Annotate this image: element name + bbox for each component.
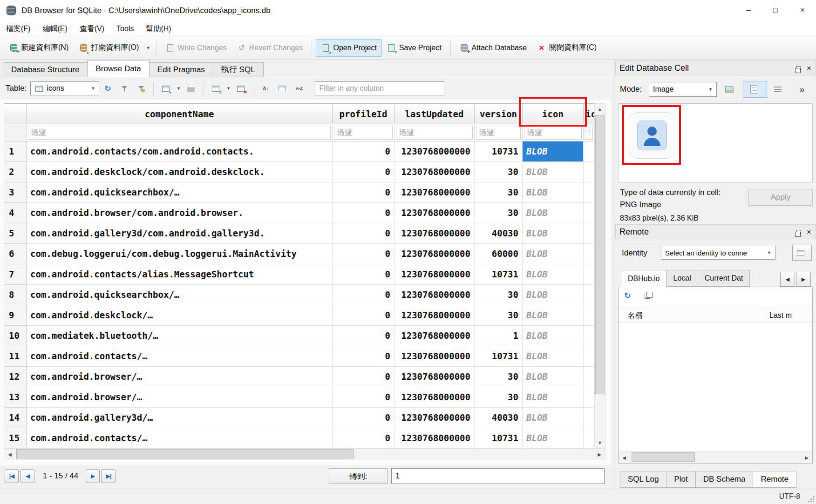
new-database-button[interactable]: 新建資料庫(N) [4,39,74,57]
last-page-button[interactable]: ▶| [102,469,116,483]
cell-version[interactable]: 30 [475,367,523,387]
table-row[interactable]: 3 com.android.quicksearchbox/… 0 1230768… [4,182,594,203]
cell-clipped[interactable] [584,285,594,305]
previous-page-button[interactable]: ◀ [20,469,34,483]
save-filter-button[interactable] [134,81,149,96]
cell-rownum[interactable]: 15 [4,428,27,449]
cell-rownum[interactable]: 6 [4,244,27,264]
cell-rownum[interactable]: 4 [4,203,27,223]
identity-select[interactable]: Select an identity to conne [661,246,775,260]
cell-icon-blob[interactable]: BLOB [523,264,584,285]
column-header-lastupdated[interactable]: lastUpdated [394,104,475,124]
table-row[interactable]: 6 com.debug.loggerui/com.debug.loggerui.… [4,244,594,264]
float-panel-icon[interactable] [796,66,801,70]
cell-lastupdated[interactable]: 1230768000000 [394,305,475,326]
open-project-button[interactable]: Open Project [316,39,381,57]
cell-lastupdated[interactable]: 1230768000000 [394,203,475,223]
cell-profileid[interactable]: 0 [333,141,394,162]
apply-button[interactable]: Apply [748,189,813,206]
cell-profileid[interactable]: 0 [333,367,394,387]
vertical-scrollbar[interactable]: ▲ ▼ [594,103,605,448]
cell-clipped[interactable] [584,346,594,367]
cell-profileid[interactable]: 0 [333,408,394,428]
text-mode-button[interactable] [743,81,767,98]
cell-profileid[interactable]: 0 [333,285,394,305]
open-database-button[interactable]: 打開資料庫(O) [74,39,144,57]
close-panel-icon[interactable]: × [807,64,811,72]
global-filter-input[interactable] [315,81,444,95]
cell-rownum[interactable]: 14 [4,408,27,428]
remote-horizontal-scrollbar[interactable]: ◀ ▶ [619,451,812,463]
filter-version-input[interactable] [476,126,521,140]
cell-clipped[interactable] [584,203,594,223]
cell-componentname[interactable]: com.android.contacts/alias.MessageShortc… [27,264,333,285]
cell-version[interactable]: 30 [475,387,523,408]
cell-version[interactable]: 30 [475,182,523,203]
cell-clipped[interactable] [584,223,594,244]
cell-clipped[interactable] [584,408,594,428]
cell-componentname[interactable]: com.android.contacts/… [27,346,333,367]
column-header-profileid[interactable]: profileId [333,104,394,124]
cell-rownum[interactable]: 9 [4,305,27,326]
cell-icon-blob[interactable]: BLOB [523,182,584,203]
cell-image-preview[interactable] [629,112,675,159]
minimize-button[interactable]: – [735,0,762,20]
cell-lastupdated[interactable]: 1230768000000 [394,346,475,367]
open-database-dropdown[interactable] [144,39,152,57]
refresh-button[interactable] [100,81,115,96]
cell-profileid[interactable]: 0 [333,346,394,367]
table-row[interactable]: 7 com.android.contacts/alias.MessageShor… [4,264,594,285]
cell-lastupdated[interactable]: 1230768000000 [394,387,475,408]
cell-rownum[interactable]: 7 [4,264,27,285]
next-page-button[interactable]: ▶ [86,469,100,483]
table-row[interactable]: 9 com.android.deskclock/… 0 123076800000… [4,305,594,326]
cell-version[interactable]: 1 [475,326,523,346]
cell-componentname[interactable]: com.mediatek.bluetooth/… [27,326,333,346]
cell-clipped[interactable] [584,162,594,182]
cell-rownum[interactable]: 3 [4,182,27,203]
tab-browse-data[interactable]: Browse Data [87,60,149,77]
cell-lastupdated[interactable]: 1230768000000 [394,223,475,244]
cell-lastupdated[interactable]: 1230768000000 [394,408,475,428]
dock-tab-sql-log[interactable]: SQL Log [620,471,666,488]
cell-componentname[interactable]: com.android.gallery3d/… [27,408,333,428]
cell-lastupdated[interactable]: 1230768000000 [394,326,475,346]
cell-version[interactable]: 40030 [475,408,523,428]
close-database-button[interactable]: 關閉資料庫(C) [532,39,602,57]
cell-profileid[interactable]: 0 [333,162,394,182]
horizontal-scrollbar[interactable]: ◀ ▶ [4,448,605,460]
table-row[interactable]: 4 com.android.browser/com.android.browse… [4,203,594,223]
save-project-button[interactable]: Save Project [382,39,447,57]
dock-tab-plot[interactable]: Plot [666,471,695,488]
cell-componentname[interactable]: com.android.contacts/com.android.contact… [27,141,333,162]
remote-clone-icon[interactable] [645,294,650,299]
menu-tools[interactable]: Tools [110,21,140,36]
cell-icon-blob[interactable]: BLOB [523,223,584,244]
clear-filters-button[interactable] [117,81,132,96]
first-page-button[interactable]: |◀ [5,469,19,483]
cell-profileid[interactable]: 0 [333,387,394,408]
scroll-up-button[interactable]: ▲ [595,104,605,114]
tab-database-structure[interactable]: Database Structure [3,62,88,77]
table-row[interactable]: 1 com.android.contacts/com.android.conta… [4,141,594,162]
filter-profileid-input[interactable] [334,126,393,140]
dock-tab-remote[interactable]: Remote [753,471,796,488]
resize-grip[interactable] [808,496,814,502]
cell-icon-blob[interactable]: BLOB [523,346,584,367]
remote-tab-dbhub[interactable]: DBHub.io [621,270,666,287]
sort-alpha-button[interactable] [292,81,306,96]
scroll-left-button[interactable]: ◀ [619,452,629,463]
menu-edit[interactable]: 編輯(E) [36,21,73,36]
cell-rownum[interactable]: 5 [4,223,27,244]
cell-clipped[interactable] [584,182,594,203]
cell-lastupdated[interactable]: 1230768000000 [394,141,475,162]
filter-lastupdated-input[interactable] [396,126,473,140]
float-panel-icon[interactable] [796,230,801,234]
cell-icon-blob[interactable]: BLOB [523,428,584,449]
cell-profileid[interactable]: 0 [333,244,394,264]
tab-edit-pragmas[interactable]: Edit Pragmas [149,62,213,77]
cell-lastupdated[interactable]: 1230768000000 [394,182,475,203]
cell-icon-blob[interactable]: BLOB [523,203,584,223]
overflow-chevron[interactable]: » [792,82,812,97]
remote-scroll-thumb[interactable] [632,452,695,462]
